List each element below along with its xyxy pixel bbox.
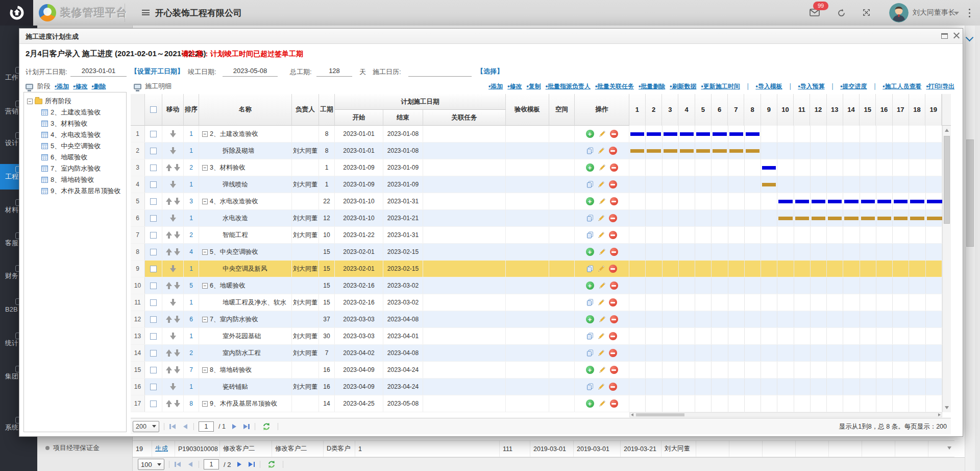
collapse-icon[interactable]: − bbox=[202, 367, 208, 373]
add-icon[interactable]: + bbox=[586, 315, 594, 323]
gantt-bar-segment[interactable] bbox=[812, 217, 825, 220]
gantt-bar-segment[interactable] bbox=[713, 149, 726, 153]
edit-icon[interactable] bbox=[599, 316, 605, 323]
gantt-bar-segment[interactable] bbox=[713, 132, 726, 136]
collapse-icon[interactable]: − bbox=[202, 131, 208, 137]
gantt-bar-segment[interactable] bbox=[762, 166, 776, 170]
delete-icon[interactable] bbox=[610, 315, 618, 323]
move-down-icon[interactable] bbox=[174, 248, 180, 255]
col-start[interactable]: 开始 bbox=[335, 110, 383, 126]
row-checkbox[interactable] bbox=[150, 282, 157, 289]
duration-input[interactable]: 128 bbox=[316, 65, 352, 77]
gantt-bar-segment[interactable] bbox=[630, 132, 644, 136]
tree-node[interactable]: 5、中央空调验收 bbox=[27, 140, 126, 152]
row-checkbox[interactable] bbox=[150, 350, 157, 357]
col-sort[interactable]: 排序 bbox=[184, 94, 199, 126]
stage-action-link[interactable]: •添加 bbox=[55, 82, 69, 91]
toolbar-link[interactable]: •修改 bbox=[507, 82, 522, 91]
page-size-select[interactable]: 100 bbox=[138, 459, 164, 470]
first-page-button[interactable] bbox=[174, 461, 182, 468]
stage-action-link[interactable]: •删除 bbox=[91, 82, 106, 91]
sort-order[interactable]: 1 bbox=[184, 126, 199, 142]
copy-icon[interactable] bbox=[586, 181, 594, 188]
add-icon[interactable]: + bbox=[586, 281, 594, 290]
tree-node[interactable]: 4、水电改造验收 bbox=[27, 129, 126, 140]
gantt-bar-segment[interactable] bbox=[910, 217, 924, 220]
move-down-icon[interactable] bbox=[174, 198, 180, 205]
edit-icon[interactable] bbox=[599, 367, 605, 373]
tree-node[interactable]: 2、土建改造验收 bbox=[27, 107, 126, 118]
move-down-icon[interactable] bbox=[174, 231, 180, 239]
gantt-bar-segment[interactable] bbox=[746, 132, 760, 136]
copy-icon[interactable] bbox=[586, 231, 594, 239]
edit-icon[interactable] bbox=[598, 232, 604, 239]
delete-icon[interactable] bbox=[609, 214, 617, 222]
delete-icon[interactable] bbox=[610, 197, 618, 205]
tree-node[interactable]: 3、材料验收 bbox=[27, 118, 126, 129]
gantt-bar-segment[interactable] bbox=[729, 132, 743, 136]
move-up-icon[interactable] bbox=[166, 316, 172, 323]
page-size-select[interactable]: 200 bbox=[133, 421, 159, 432]
sort-order[interactable]: 1 bbox=[184, 294, 199, 311]
prev-page-button[interactable] bbox=[186, 461, 194, 468]
gantt-hscroll-thumb[interactable] bbox=[636, 413, 684, 416]
move-down-icon[interactable] bbox=[170, 181, 176, 188]
toolbar-link[interactable]: •导入模板 bbox=[755, 82, 782, 91]
move-down-icon[interactable] bbox=[170, 215, 176, 222]
delete-icon[interactable] bbox=[609, 265, 617, 273]
sort-order[interactable]: 1 bbox=[184, 176, 199, 193]
fullscreen-icon[interactable] bbox=[863, 9, 870, 18]
toolbar-link[interactable]: •打印/导出 bbox=[926, 82, 954, 91]
gantt-bar-segment[interactable] bbox=[877, 217, 891, 220]
edit-icon[interactable] bbox=[599, 164, 605, 171]
gantt-bar-segment[interactable] bbox=[680, 149, 694, 153]
move-up-icon[interactable] bbox=[166, 164, 172, 171]
gantt-bar-segment[interactable] bbox=[910, 200, 924, 203]
row-checkbox[interactable] bbox=[150, 401, 157, 407]
row-checkbox[interactable] bbox=[150, 266, 157, 272]
next-page-button[interactable] bbox=[235, 461, 243, 468]
delete-icon[interactable] bbox=[609, 383, 617, 391]
toolbar-link[interactable]: •批量关联任务 bbox=[595, 82, 634, 91]
collapse-icon[interactable]: − bbox=[202, 199, 208, 204]
sort-order[interactable]: 6 bbox=[184, 311, 199, 327]
set-start-date-link[interactable]: 【设置开工日期】 bbox=[131, 67, 184, 76]
add-icon[interactable]: + bbox=[586, 399, 594, 408]
gantt-bar-segment[interactable] bbox=[844, 217, 858, 220]
copy-icon[interactable] bbox=[586, 349, 594, 357]
toolbar-link[interactable]: •更新施工时间 bbox=[701, 82, 740, 91]
calendar-select-link[interactable]: 【选择】 bbox=[477, 67, 503, 76]
move-up-icon[interactable] bbox=[166, 400, 172, 407]
gantt-bar-segment[interactable] bbox=[696, 149, 710, 153]
more-menu-icon[interactable] bbox=[969, 12, 970, 14]
gantt-vscroll-thumb[interactable] bbox=[944, 136, 950, 224]
reload-icon[interactable] bbox=[267, 460, 276, 468]
app-logo-icon[interactable] bbox=[0, 0, 33, 26]
move-down-icon[interactable] bbox=[170, 265, 176, 272]
add-icon[interactable]: + bbox=[586, 366, 594, 374]
sort-order[interactable]: 1 bbox=[184, 143, 199, 159]
gantt-bar-segment[interactable] bbox=[927, 200, 942, 203]
edit-icon[interactable] bbox=[598, 215, 604, 222]
delete-icon[interactable] bbox=[610, 130, 618, 138]
copy-icon[interactable] bbox=[586, 299, 594, 306]
row-checkbox[interactable] bbox=[150, 215, 157, 222]
toolbar-link[interactable]: •导入预算 bbox=[798, 82, 824, 91]
copy-icon[interactable] bbox=[586, 147, 594, 154]
next-page-button[interactable] bbox=[230, 423, 238, 430]
page-number-input[interactable] bbox=[204, 459, 219, 469]
add-icon[interactable]: + bbox=[586, 130, 594, 138]
gantt-bar-segment[interactable] bbox=[828, 217, 842, 220]
gantt-horizontal-scrollbar[interactable] bbox=[629, 412, 942, 417]
row-checkbox[interactable] bbox=[150, 164, 157, 171]
sort-order[interactable]: 3 bbox=[184, 193, 199, 209]
edit-icon[interactable] bbox=[598, 148, 604, 154]
move-down-icon[interactable] bbox=[174, 349, 180, 357]
gantt-bar-segment[interactable] bbox=[696, 132, 710, 136]
sort-order[interactable]: 7 bbox=[184, 362, 199, 378]
move-up-icon[interactable] bbox=[166, 282, 172, 289]
gantt-bar-segment[interactable] bbox=[795, 200, 809, 203]
gantt-bar-segment[interactable] bbox=[812, 200, 825, 203]
gantt-bar-segment[interactable] bbox=[927, 217, 942, 220]
close-button[interactable] bbox=[953, 32, 960, 39]
